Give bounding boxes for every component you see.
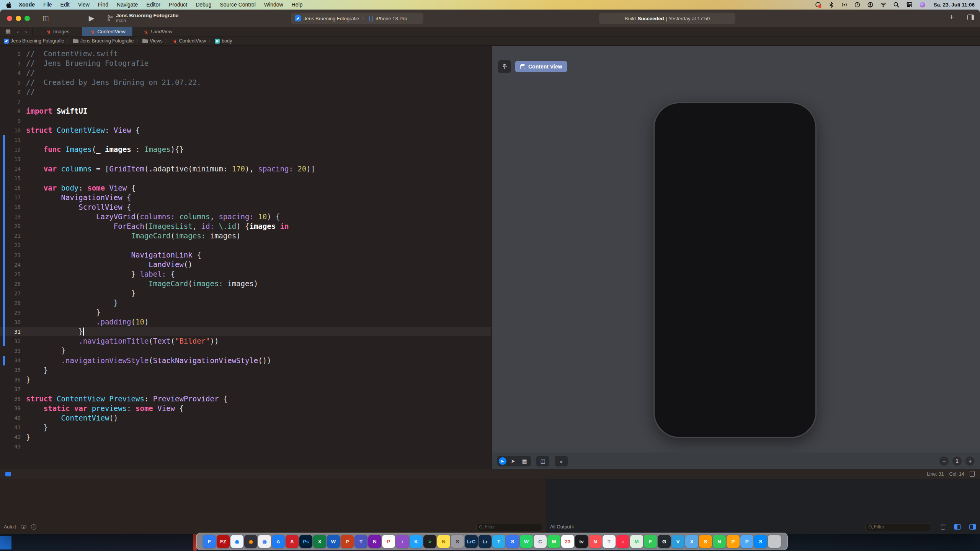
zoom-out-button[interactable]: −	[939, 456, 949, 466]
code-line-29[interactable]: 29 }	[0, 308, 491, 317]
dock-icon-messages[interactable]: M	[547, 535, 560, 548]
zoom-in-button[interactable]: +	[965, 456, 975, 466]
forward-icon[interactable]: ›	[23, 28, 29, 35]
variables-scope-selector[interactable]: Auto ▴▾	[4, 524, 16, 530]
dock-icon-notes[interactable]: N	[437, 535, 450, 548]
code-line-21[interactable]: 21 ImageCard(images: images)	[0, 231, 491, 241]
code-line-28[interactable]: 28 }	[0, 298, 491, 308]
dock-icon-system-settings[interactable]: S	[451, 535, 464, 548]
airdrop-icon[interactable]	[841, 2, 848, 8]
jump-bar[interactable]: Jens Bruening Fotografie〉Jens Bruening F…	[0, 37, 980, 46]
dock-icon-maps[interactable]: M	[630, 535, 643, 548]
control-center-icon[interactable]	[906, 2, 913, 8]
minimize-button[interactable]	[16, 16, 21, 21]
code-line-7[interactable]: 7	[0, 97, 491, 106]
breakpoint-indicator[interactable]	[5, 472, 11, 476]
back-icon[interactable]: ‹	[15, 28, 21, 35]
dock-icon-telegram[interactable]: T	[492, 535, 505, 548]
pin-preview-button[interactable]	[498, 60, 511, 73]
dock-icon-terminal[interactable]: >	[423, 535, 436, 548]
code-line-34[interactable]: 34 .navigationViewStyle(StackNavigationV…	[0, 356, 491, 365]
menu-item-help[interactable]: Help	[287, 0, 307, 10]
tab-images[interactable]: Images	[32, 27, 82, 36]
code-line-8[interactable]: 8import SwiftUI	[0, 106, 491, 116]
code-line-10[interactable]: 10struct ContentView: View {	[0, 126, 491, 135]
code-line-22[interactable]: 22	[0, 241, 491, 250]
code-line-32[interactable]: 32 .navigationTitle(Text("Bilder"))	[0, 336, 491, 346]
spotlight-icon[interactable]	[893, 2, 900, 8]
dock-icon-shazam[interactable]: S	[754, 535, 767, 548]
live-preview-button[interactable]: ▶	[499, 457, 506, 465]
dock-icon-trash[interactable]	[768, 535, 781, 548]
console-filter-field[interactable]: Filter	[866, 523, 931, 531]
code-line-27[interactable]: 27 }	[0, 289, 491, 298]
dock-icon-calendar[interactable]: 23	[561, 535, 574, 548]
dock-icon-xcode[interactable]: X	[685, 535, 698, 548]
show-variables-toggle[interactable]	[954, 524, 961, 530]
menu-item-edit[interactable]: Edit	[56, 0, 74, 10]
dock-icon-signal[interactable]: S	[506, 535, 519, 548]
wifi-icon[interactable]	[880, 2, 887, 8]
menu-item-window[interactable]: Window	[260, 0, 287, 10]
zoom-actual-button[interactable]: 1	[952, 456, 962, 466]
code-line-14[interactable]: 14 var columns = [GridItem(.adaptive(min…	[0, 164, 491, 174]
code-line-40[interactable]: 40 ContentView()	[0, 413, 491, 423]
console-view[interactable]: All Output ▴▾ Filter	[546, 479, 980, 534]
inspector-toggle-icon[interactable]	[967, 15, 974, 20]
jumpbar-segment-0[interactable]: Jens Bruening Fotografie	[4, 38, 64, 44]
menu-item-editor[interactable]: Editor	[142, 0, 165, 10]
menu-item-source-control[interactable]: Source Control	[216, 0, 260, 10]
dock-icon-finder[interactable]: F	[203, 535, 216, 548]
jumpbar-segment-1[interactable]: Jens Bruening Fotografie	[73, 38, 134, 44]
code-line-20[interactable]: 20 ForEach(ImagesList, id: \.id) {images…	[0, 222, 491, 231]
siri-icon[interactable]	[919, 2, 926, 8]
dock-icon-lightroom-classic[interactable]: LrC	[465, 535, 478, 548]
dock-icon-vscode[interactable]: V	[671, 535, 684, 548]
code-line-30[interactable]: 30 .padding(10)	[0, 317, 491, 327]
variants-button[interactable]: ▦	[519, 457, 529, 465]
code-line-19[interactable]: 19 LazyVGrid(columns: columns, spacing: …	[0, 212, 491, 222]
dock-icon-onenote[interactable]: N	[368, 535, 381, 548]
code-line-5[interactable]: 5// Created by Jens Brüning on 21.07.22.	[0, 78, 491, 87]
code-line-11[interactable]: 11	[0, 135, 491, 145]
dock-icon-teams[interactable]: T	[354, 535, 368, 548]
dock-icon-music[interactable]: ♪	[616, 535, 629, 548]
dock-icon-whatsapp[interactable]: W	[520, 535, 533, 548]
dock-icon-chrome[interactable]: ◉	[258, 535, 271, 548]
dock-icon-tv[interactable]: tv	[575, 535, 588, 548]
selectable-preview-button[interactable]: ➤	[508, 457, 518, 465]
code-line-18[interactable]: 18 ScrollView {	[0, 202, 491, 212]
code-line-26[interactable]: 26 ImageCard(images: images)	[0, 279, 491, 289]
dock-icon-pages[interactable]: P	[727, 535, 740, 548]
dock-icon-numbers[interactable]: N	[713, 535, 726, 548]
scheme-device-label[interactable]: iPhone 13 Pro	[376, 16, 407, 21]
code-line-13[interactable]: 13	[0, 155, 491, 164]
code-line-3[interactable]: 3// Jens Bruening Fotografie	[0, 59, 491, 68]
dock-icon-acrobat[interactable]: A	[286, 535, 299, 548]
tab-landview[interactable]: LandView	[132, 27, 182, 36]
code-line-9[interactable]: 9	[0, 116, 491, 126]
code-line-4[interactable]: 4//	[0, 68, 491, 78]
dock-icon-excel[interactable]: X	[313, 535, 326, 548]
jumpbar-segment-3[interactable]: ContentView	[171, 38, 206, 44]
code-line-25[interactable]: 25 } label: {	[0, 269, 491, 279]
jumpbar-segment-2[interactable]: Views	[142, 38, 162, 44]
code-line-6[interactable]: 6//	[0, 87, 491, 97]
code-line-12[interactable]: 12 func Images(_ images : Images){}	[0, 145, 491, 154]
close-button[interactable]	[7, 16, 12, 21]
dock-icon-github[interactable]: G	[658, 535, 671, 548]
dock-icon-preview[interactable]: P	[740, 535, 753, 548]
user-icon[interactable]	[867, 2, 874, 8]
menu-xcode[interactable]: Xcode	[15, 0, 39, 10]
zoom-button[interactable]	[24, 16, 30, 21]
dock-icon-word[interactable]: W	[327, 535, 340, 548]
code-line-31[interactable]: 31 }	[0, 327, 491, 336]
code-line-36[interactable]: 36}	[0, 375, 491, 385]
device-settings-button[interactable]: ◫	[538, 457, 548, 465]
scheme-selector[interactable]: Jens Bruening Fotografie 〉 iPhone 13 Pro	[291, 13, 423, 24]
code-line-43[interactable]: 43	[0, 442, 491, 452]
code-line-33[interactable]: 33 }	[0, 346, 491, 355]
dock-icon-photoshop[interactable]: Ps	[299, 535, 312, 548]
menu-item-find[interactable]: Find	[94, 0, 113, 10]
code-line-24[interactable]: 24 LandView()	[0, 260, 491, 269]
